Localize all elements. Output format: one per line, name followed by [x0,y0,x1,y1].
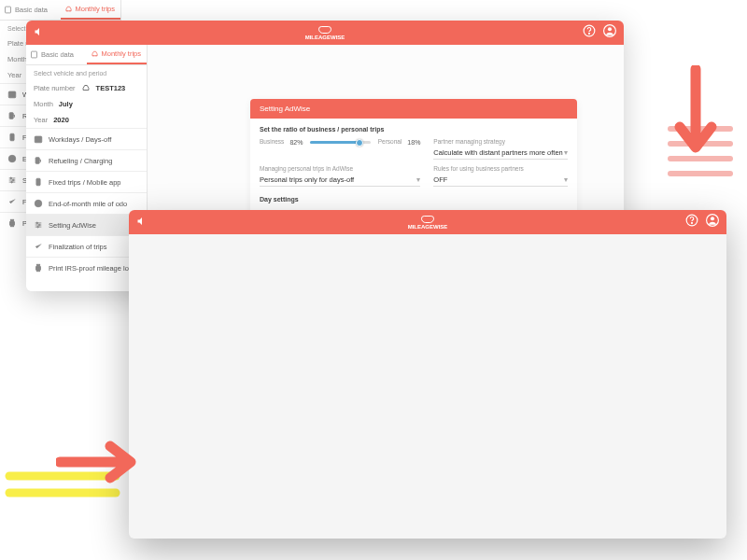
svg-point-48 [11,181,13,183]
rules-dropdown[interactable]: OFF▾ [433,174,568,187]
svg-rect-50 [10,219,13,222]
nav-label: Refueling / Charging [49,157,112,165]
svg-point-7 [589,33,590,34]
speaker-icon[interactable] [136,216,148,230]
svg-point-47 [12,179,14,181]
month-value: July [59,100,73,108]
svg-point-12 [95,55,96,56]
day-settings-title: Day settings [260,196,568,203]
help-icon[interactable] [685,214,698,231]
year-value: 2020 [53,116,69,124]
tab-monthly-trips[interactable]: Monthly trips [87,45,148,64]
app-header: MILEAGEWISE [26,21,624,45]
managing-dropdown[interactable]: Personal trips only for days-off▾ [260,174,420,187]
managing-label: Managing personal trips in AdWise [260,165,420,172]
svg-point-14 [87,90,88,91]
help-icon[interactable] [583,24,596,41]
brand-logo: MILEAGEWISE [408,216,448,230]
svg-point-35 [69,10,70,11]
svg-point-24 [38,224,40,226]
arrow-down-icon [672,65,719,168]
nav-label: Finalization of trips [49,243,107,251]
brand-logo: MILEAGEWISE [305,26,345,40]
svg-rect-33 [6,7,11,13]
settings-panel: Setting AdWise Set the ratio of business… [250,99,577,216]
svg-rect-51 [10,224,13,227]
svg-rect-15 [35,136,42,143]
year-label: Year [34,116,48,124]
app-window-progress: MILEAGEWISE [129,210,726,539]
personal-pct: 18% [407,139,420,146]
rules-label: Rules for using business partners [433,165,568,172]
nav-label: Fixed trips / Mobile app [49,178,121,187]
brand-name: MILEAGEWISE [408,224,448,230]
tab-label: Monthly trips [76,5,116,13]
sidebar-item-workdays[interactable]: Workdays / Days-off [26,128,147,149]
partner-dropdown[interactable]: Calculate with distant partners more oft… [433,147,568,160]
tab-label: Basic data [15,6,48,14]
app-header: MILEAGEWISE [129,210,726,234]
tab-label: Monthly trips [102,49,142,58]
sidebar-item-fixed-trips[interactable]: Fixed trips / Mobile app [26,171,147,192]
chevron-down-icon: ▾ [416,175,420,184]
nav-label: Setting AdWise [49,221,96,230]
sidebar-item-odo[interactable]: End-of-month mile of odo [26,192,147,214]
plate-label: Plate number [34,84,76,92]
svg-rect-41 [10,133,14,141]
svg-point-13 [83,90,84,91]
account-icon[interactable] [706,214,719,231]
arrow-right-icon [56,439,149,485]
svg-rect-40 [9,113,13,119]
tab-basic-data[interactable]: Basic data [0,0,61,20]
business-pct: 82% [289,139,303,146]
brand-name: MILEAGEWISE [305,35,345,40]
section-label: Select vehicle and period [26,65,147,79]
chevron-down-icon: ▾ [564,148,568,157]
svg-rect-17 [35,158,39,164]
chevron-down-icon: ▾ [564,175,568,184]
svg-rect-18 [36,178,40,186]
svg-point-9 [608,27,612,31]
sidebar-item-refueling[interactable]: Refueling / Charging [26,149,147,171]
svg-point-34 [66,10,67,11]
plate-value: TEST123 [96,84,126,92]
nav-label: Print IRS-proof mileage log [49,264,133,273]
account-icon[interactable] [603,24,616,41]
svg-point-23 [36,222,38,224]
ratio-title: Set the ratio of business / personal tri… [260,126,568,133]
svg-point-25 [37,226,39,228]
svg-rect-38 [8,91,16,98]
tab-basic-data[interactable]: Basic data [26,45,87,64]
partner-label: Partner managing strategy [433,138,568,145]
ratio-slider[interactable]: Business 82% Personal 18% [260,138,420,147]
svg-rect-10 [32,51,37,58]
panel-header: Setting AdWise [250,99,577,119]
svg-point-46 [10,177,12,179]
svg-rect-27 [36,264,39,267]
svg-point-32 [711,217,714,220]
month-label: Month [34,100,53,108]
nav-label: Workdays / Days-off [49,135,111,144]
speaker-icon[interactable] [34,26,45,40]
tab-label: Basic data [41,50,74,59]
tab-monthly-trips[interactable]: Monthly trips [61,0,121,20]
nav-label: End-of-month mile of odo [49,200,127,208]
svg-point-30 [692,222,693,223]
svg-point-11 [92,55,93,56]
svg-rect-28 [36,269,39,272]
